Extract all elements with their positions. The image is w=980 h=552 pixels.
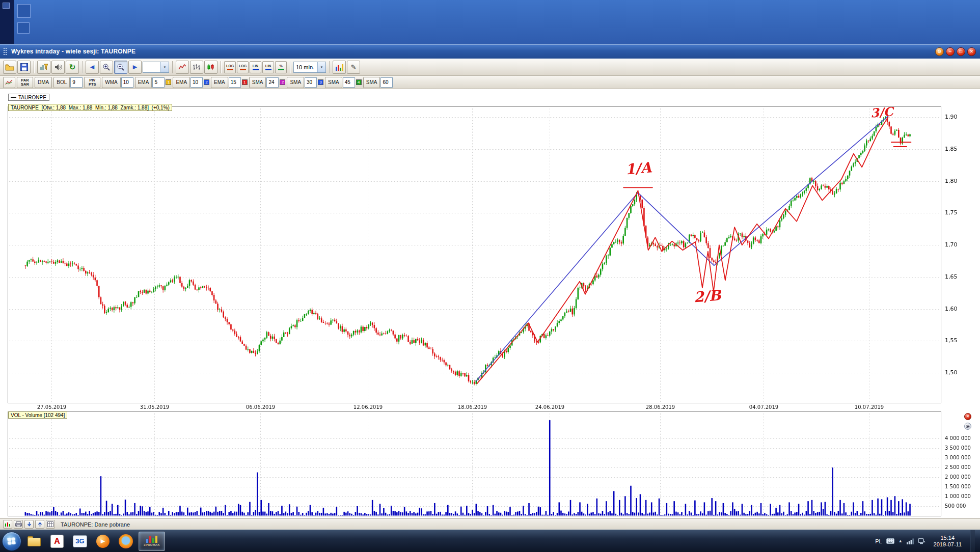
log-scale-button-0[interactable]: LOG <box>224 61 236 73</box>
left-arrow-icon: ◀ <box>90 64 94 70</box>
series-legend: TAURONPE <box>8 94 49 101</box>
open-button[interactable] <box>3 61 16 74</box>
background-panel <box>17 4 31 18</box>
percent-scale-button-4[interactable]: % <box>275 61 287 73</box>
series-line-icon <box>11 97 16 98</box>
volume-pane-settings-button[interactable]: ◉ <box>964 423 971 430</box>
titlebar-grip-icon[interactable] <box>3 47 7 56</box>
candle-chart-type-button[interactable] <box>204 61 217 74</box>
show-desktop-button[interactable] <box>970 530 975 552</box>
taskbar-adobe-button[interactable]: A <box>47 532 67 551</box>
indicator-ema-5[interactable]: EMA <box>135 77 152 88</box>
indicator-buttons: PAR SARDMABOL9PIV PTSWMA10EMA51EMA102EMA… <box>17 77 393 88</box>
window-title: Wykres intraday - wiele sesji: TAURONPE <box>11 48 135 55</box>
volume-pane-close-button[interactable]: ✕ <box>964 413 971 420</box>
trend-tool-button[interactable] <box>3 77 15 88</box>
interval-select[interactable]: 10 min. ▼ <box>293 62 326 73</box>
taskbar: A 3G ▶ ePROMAK PL ▲ 15:14 2019-07-11 <box>0 530 980 552</box>
sound-button[interactable] <box>51 61 65 74</box>
network-icon[interactable] <box>918 538 925 544</box>
bar-chart-type-button[interactable] <box>190 61 203 74</box>
close-button[interactable]: ✕ <box>967 47 976 56</box>
chevron-down-icon: ▼ <box>160 62 169 72</box>
indicators-button[interactable] <box>333 61 346 74</box>
refresh-icon: ↻ <box>69 64 76 70</box>
mini-chart-icon <box>5 521 11 527</box>
speaker-icon <box>55 64 62 71</box>
indicator-sma-30[interactable]: SMA <box>287 77 304 88</box>
indicator-period-value[interactable]: 45 <box>343 77 355 88</box>
indicator-piv-pts[interactable]: PIV PTS <box>84 77 100 88</box>
status-bar: TAURONPE: Dane pobrane <box>0 518 980 530</box>
chart-properties-button[interactable] <box>37 61 50 74</box>
indicator-par-sar[interactable]: PAR SAR <box>17 77 33 88</box>
indicator-ema-10[interactable]: EMA <box>173 77 190 88</box>
up-arrow-icon <box>37 521 43 527</box>
indicator-color-chip: 2 <box>280 79 285 85</box>
scroll-right-button[interactable]: ▶ <box>128 61 142 74</box>
indicator-period-value[interactable]: 10 <box>190 77 203 88</box>
data-table-button[interactable] <box>46 520 55 529</box>
maximize-button[interactable]: □ <box>957 47 965 56</box>
explorer-icon <box>28 536 41 546</box>
printer-icon <box>15 521 22 527</box>
annotate-button[interactable]: ✎ <box>347 61 360 74</box>
hidden-icons-button[interactable]: ▲ <box>899 539 903 543</box>
3g-modem-icon: 3G <box>73 535 87 547</box>
taskbar-explorer-button[interactable] <box>24 532 44 551</box>
epromak-icon: ePROMAK <box>144 536 159 546</box>
firefox-icon <box>119 534 133 548</box>
right-arrow-icon: ▶ <box>133 64 137 70</box>
indicator-wma-10[interactable]: WMA <box>102 77 120 88</box>
indicator-period-value[interactable]: 9 <box>70 77 83 88</box>
signal-strength-icon[interactable] <box>907 538 914 544</box>
taskbar-firefox-button[interactable] <box>116 532 136 551</box>
indicator-color-chip: 4 <box>356 79 362 85</box>
indicator-sma-24[interactable]: SMA <box>249 77 266 88</box>
price-volume-chart[interactable] <box>0 89 980 518</box>
export-button[interactable] <box>24 520 34 529</box>
scale-buttons: LOGLOGLINLIN% <box>224 61 287 73</box>
indicator-color-chip: 1 <box>242 79 248 85</box>
indicator-period-value[interactable]: 5 <box>152 77 165 88</box>
indicator-period-value[interactable]: 15 <box>229 77 241 88</box>
status-chart-button[interactable] <box>3 520 12 529</box>
indicator-ema-15[interactable]: EMA <box>211 77 228 88</box>
language-indicator[interactable]: PL <box>875 538 882 544</box>
taskbar-media-button[interactable]: ▶ <box>93 532 113 551</box>
indicator-bol-9[interactable]: BOL <box>53 77 70 88</box>
indicator-period-value[interactable]: 10 <box>121 77 133 88</box>
zoom-out-icon <box>117 63 125 71</box>
lin-scale-button-3[interactable]: LIN <box>262 61 274 73</box>
zoom-out-button[interactable] <box>114 61 127 74</box>
save-button[interactable] <box>17 61 31 74</box>
pencil-icon: ✎ <box>351 64 357 70</box>
keyboard-icon[interactable] <box>886 538 894 544</box>
indicator-period-value[interactable]: 60 <box>380 77 393 88</box>
volume-legend: VOL - Volume [102 494] <box>8 411 67 419</box>
line-chart-type-button[interactable] <box>176 61 189 74</box>
log-scale-button-1[interactable]: LOG <box>237 61 249 73</box>
window-settings-button[interactable]: ⚙ <box>935 47 944 56</box>
clock[interactable]: 15:14 2019-07-11 <box>930 535 966 548</box>
indicator-toolbar: PAR SARDMABOL9PIV PTSWMA10EMA51EMA102EMA… <box>0 76 980 89</box>
zoom-select[interactable]: ▼ <box>143 62 169 73</box>
lin-scale-button-2[interactable]: LIN <box>250 61 261 73</box>
indicator-period-value[interactable]: 24 <box>266 77 279 88</box>
zoom-in-button[interactable] <box>100 61 113 74</box>
print-button[interactable] <box>14 520 23 529</box>
indicator-period-value[interactable]: 30 <box>305 77 317 88</box>
minimize-button[interactable]: – <box>946 47 955 56</box>
refresh-button[interactable]: ↻ <box>66 61 79 74</box>
title-bar: Wykres intraday - wiele sesji: TAURONPE … <box>0 44 980 59</box>
taskbar-epromak-button[interactable]: ePROMAK <box>139 532 165 551</box>
ohlc-info-box: TAURONPE [Otw.: 1,88 Max.: 1,88 Min.: 1,… <box>8 104 172 111</box>
epromak-label: ePROMAK <box>144 543 159 546</box>
start-button[interactable] <box>2 532 21 551</box>
indicator-sma-60[interactable]: SMA <box>363 77 380 88</box>
indicator-sma-45[interactable]: SMA <box>325 77 342 88</box>
indicator-dma[interactable]: DMA <box>35 77 52 88</box>
scroll-left-button[interactable]: ◀ <box>86 61 99 74</box>
taskbar-3g-button[interactable]: 3G <box>70 532 90 551</box>
import-button[interactable] <box>35 520 44 529</box>
